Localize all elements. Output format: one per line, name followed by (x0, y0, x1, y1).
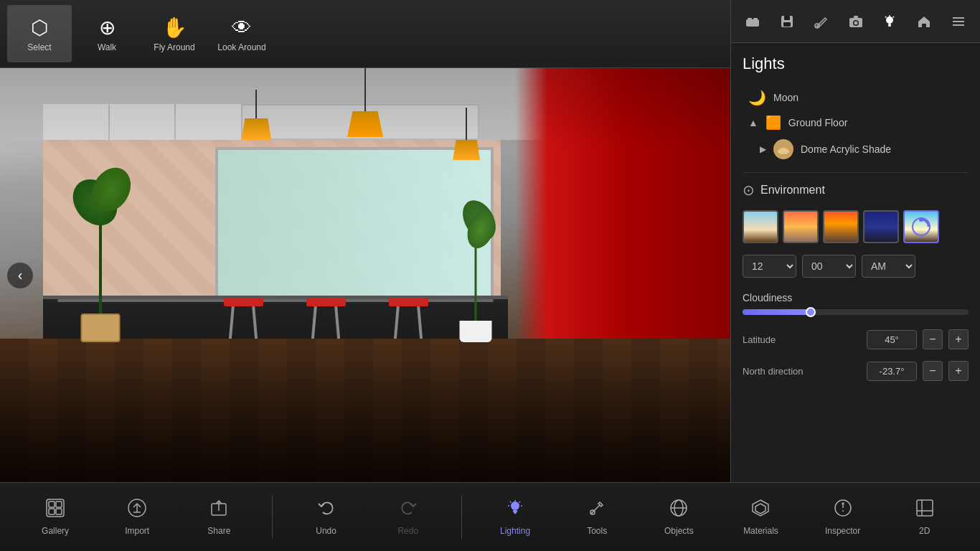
north-direction-row: North direction − + (731, 355, 980, 387)
moon-label: Moon (773, 92, 798, 103)
kitchen-scene: ‹ (0, 68, 730, 482)
light-group: ▶ Dome Acrylic Shade (754, 135, 969, 164)
panel-icon-row (731, 0, 980, 43)
environment-header[interactable]: ⊙ Environment (731, 176, 980, 204)
toolbar-divider-2 (461, 496, 462, 539)
svg-line-37 (519, 501, 521, 503)
objects-icon (669, 498, 689, 523)
lights-title: Lights (743, 55, 969, 73)
toolbar-divider-1 (272, 496, 273, 539)
environment-chevron-icon: ⊙ (743, 182, 755, 199)
home-panel-button[interactable] (908, 6, 940, 37)
furniture-panel-button[interactable] (737, 6, 768, 37)
ground-floor-icon: 🟧 (765, 115, 781, 131)
pendant-lamp-right (453, 108, 480, 160)
materials-icon (750, 498, 771, 523)
bottom-toolbar: Gallery Import Share (0, 482, 980, 551)
inspector-button[interactable]: Inspector (814, 492, 872, 542)
objects-button[interactable]: Objects (650, 492, 707, 542)
save-panel-button[interactable] (771, 6, 803, 37)
north-increase-button[interactable]: + (948, 361, 969, 381)
svg-rect-5 (783, 22, 791, 27)
latitude-label: Latitude (743, 334, 776, 345)
north-decrease-button[interactable]: − (923, 361, 943, 381)
list-panel-button[interactable] (943, 6, 974, 37)
svg-rect-2 (753, 18, 758, 21)
svg-rect-24 (49, 501, 55, 507)
look-around-tool-button[interactable]: 👁 Look Around (209, 5, 274, 62)
svg-rect-51 (917, 500, 933, 516)
walk-tool-button[interactable]: ⊕ Walk (75, 5, 139, 62)
undo-icon (316, 498, 336, 523)
preset-morning-button[interactable] (783, 210, 819, 243)
dome-label: Dome Acrylic Shade (801, 143, 891, 155)
cloudiness-label: Cloudiness (743, 292, 969, 303)
time-hour-select[interactable]: 12123 4567 891011 (743, 255, 796, 278)
gallery-button[interactable]: Gallery (27, 492, 84, 542)
svg-rect-1 (748, 18, 752, 21)
preset-night-button[interactable] (863, 210, 899, 243)
svg-line-16 (885, 17, 887, 18)
pendant-lamp-left (241, 90, 271, 140)
inspector-icon (833, 498, 853, 523)
latitude-decrease-button[interactable]: − (923, 329, 943, 349)
2d-label: 2D (919, 526, 930, 536)
svg-line-15 (893, 17, 895, 18)
light-panel-button[interactable] (874, 6, 905, 37)
dome-acrylic-shade-item[interactable]: ▶ Dome Acrylic Shade (754, 135, 969, 164)
latitude-increase-button[interactable]: + (948, 329, 969, 349)
fly-around-tool-button[interactable]: ✋ Fly Around (142, 5, 207, 62)
import-icon (127, 498, 147, 523)
latitude-input[interactable] (867, 330, 917, 349)
materials-button[interactable]: Materials (732, 492, 789, 542)
time-minute-select[interactable]: 00153045 (802, 255, 856, 278)
environment-presets (731, 204, 980, 249)
north-direction-input[interactable] (867, 362, 917, 381)
svg-rect-12 (888, 24, 891, 25)
environment-title: Environment (760, 184, 825, 197)
look-around-label: Look Around (217, 42, 265, 52)
select-label: Select (27, 42, 51, 52)
undo-button[interactable]: Undo (298, 492, 355, 542)
cloudiness-slider[interactable] (743, 309, 969, 315)
share-button[interactable]: Share (190, 492, 248, 542)
svg-point-22 (919, 217, 923, 222)
redo-label: Redo (397, 526, 418, 536)
look-around-icon: 👁 (232, 16, 252, 39)
tools-button[interactable]: Tools (568, 492, 626, 542)
svg-rect-26 (49, 509, 55, 514)
lighting-button[interactable]: Lighting (486, 492, 544, 542)
select-icon: ⬡ (31, 16, 48, 39)
svg-point-50 (842, 503, 844, 504)
walk-icon: ⊕ (99, 16, 116, 39)
2d-button[interactable]: 2D (896, 492, 953, 542)
cloudiness-thumb[interactable] (806, 307, 816, 317)
redo-icon (398, 498, 418, 523)
lights-section: Lights 🌙 Moon ▲ 🟧 Ground Floor ▶ Dom (731, 43, 980, 169)
objects-label: Objects (664, 526, 694, 536)
moon-light-item[interactable]: 🌙 Moon (743, 85, 969, 110)
import-button[interactable]: Import (108, 492, 166, 542)
main-3d-view[interactable]: ‹ (0, 68, 730, 482)
redo-button[interactable]: Redo (380, 492, 437, 542)
north-direction-label: North direction (743, 366, 804, 377)
ground-floor-expand-icon: ▲ (748, 117, 758, 128)
ground-floor-item[interactable]: ▲ 🟧 Ground Floor (743, 110, 969, 135)
prev-view-button[interactable]: ‹ (7, 263, 33, 288)
select-tool-button[interactable]: ⬡ Select (7, 5, 72, 62)
time-period-select[interactable]: AMPM (862, 255, 915, 278)
svg-rect-19 (953, 24, 964, 26)
materials-label: Materials (743, 526, 778, 536)
gallery-icon (45, 498, 65, 523)
preset-evening-button[interactable] (823, 210, 859, 243)
pendant-lamp-center (347, 68, 383, 137)
svg-rect-17 (953, 17, 964, 19)
gallery-label: Gallery (42, 526, 69, 536)
cloudiness-fill (743, 309, 811, 315)
preset-day-button[interactable] (743, 210, 778, 243)
preset-custom-button[interactable] (903, 210, 939, 243)
camera-panel-button[interactable] (840, 6, 872, 37)
paint-panel-button[interactable] (806, 6, 837, 37)
svg-rect-34 (513, 510, 517, 512)
latitude-row: Latitude − + (731, 324, 980, 355)
